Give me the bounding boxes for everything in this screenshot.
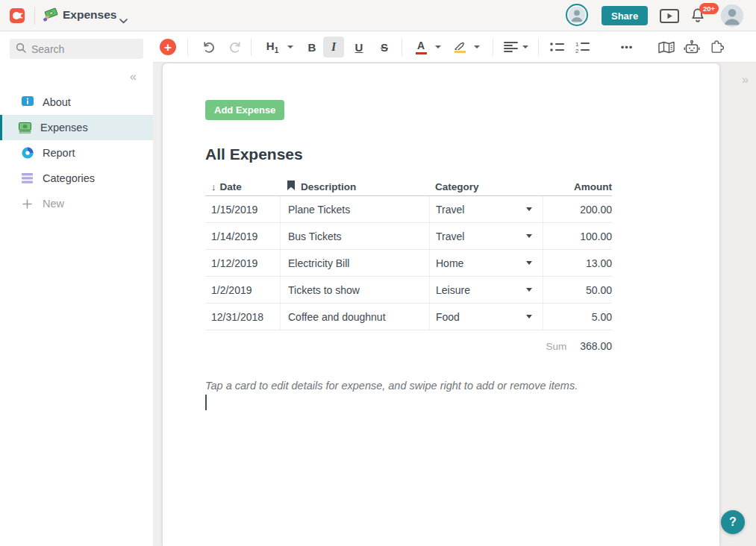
category-dropdown-icon[interactable] — [526, 234, 532, 238]
cell-category: Home — [436, 257, 463, 269]
cell-description: Electricity Bill — [288, 257, 349, 269]
cell-category: Leisure — [436, 284, 470, 296]
cell-date: 1/12/2019 — [211, 257, 257, 269]
category-dropdown-icon[interactable] — [526, 288, 532, 292]
share-button[interactable]: Share — [602, 6, 648, 25]
cell-amount: 50.00 — [586, 284, 612, 296]
sidebar-item-about[interactable]: About — [0, 90, 153, 115]
avatar — [569, 7, 585, 23]
packs-puzzle-icon[interactable] — [707, 31, 728, 63]
cell-category: Travel — [436, 230, 464, 242]
toolbar-separator — [538, 38, 539, 56]
table-row[interactable]: 1/2/2019 Tickets to show Leisure 50.00 — [205, 277, 612, 304]
text-color-button[interactable]: A — [411, 31, 431, 63]
strikethrough-button[interactable]: S — [374, 31, 395, 63]
svg-text:1: 1 — [575, 41, 579, 48]
list-lines-icon — [21, 173, 34, 183]
align-caret[interactable] — [519, 31, 531, 63]
heading-dropdown-caret[interactable] — [284, 31, 296, 63]
sidebar-item-label: Expenses — [40, 122, 88, 134]
topbar-divider — [34, 7, 35, 25]
column-header-category[interactable]: Category — [429, 181, 543, 192]
sum-label: Sum — [546, 341, 566, 352]
highlight-button[interactable] — [450, 31, 469, 63]
category-dropdown-icon[interactable] — [526, 315, 532, 318]
cell-description: Coffee and doughnut — [288, 311, 386, 323]
help-button[interactable]: ? — [721, 510, 745, 534]
automation-robot-icon[interactable] — [681, 31, 702, 63]
donut-chart-icon — [21, 147, 34, 159]
cell-date: 1/14/2019 — [211, 230, 257, 242]
category-dropdown-icon[interactable] — [526, 261, 532, 265]
heading-style-button[interactable]: H1 — [261, 31, 284, 63]
user-avatar[interactable] — [721, 4, 743, 27]
italic-button[interactable]: I — [323, 37, 344, 57]
cell-date: 12/31/2018 — [211, 311, 263, 323]
sidebar-item-categories[interactable]: Categories — [0, 166, 153, 191]
notification-badge: 20+ — [699, 3, 719, 14]
doc-canvas[interactable]: Add Expense All Expenses ↓ Date Descript… — [163, 63, 719, 546]
toolbar-separator — [493, 38, 493, 56]
table-row[interactable]: 12/31/2018 Coffee and doughnut Food 5.00 — [205, 304, 612, 330]
coda-logo-icon[interactable] — [10, 8, 25, 23]
panel-expand-icon[interactable]: » — [742, 73, 749, 87]
video-tutorials-icon[interactable] — [660, 9, 679, 26]
sidebar-item-label: New — [43, 198, 64, 210]
sidebar: « About Expenses Report — [0, 31, 153, 546]
category-dropdown-icon[interactable] — [526, 207, 532, 211]
toolbar-separator — [402, 38, 402, 56]
cell-amount: 200.00 — [580, 204, 612, 216]
toolbar-separator — [187, 38, 188, 56]
table-row[interactable]: 1/14/2019 Bus Tickets Travel 100.00 — [205, 223, 612, 250]
table-row[interactable]: 1/12/2019 Electricity Bill Home 13.00 — [205, 250, 612, 277]
doc-map-icon[interactable] — [656, 31, 677, 63]
insert-plus-button[interactable]: + — [160, 39, 176, 55]
sidebar-collapse-icon[interactable]: « — [130, 70, 137, 84]
table-row[interactable]: 1/15/2019 Plane Tickets Travel 200.00 — [205, 196, 612, 223]
info-bubble-icon — [21, 96, 34, 108]
sidebar-item-label: Categories — [43, 172, 95, 184]
doc-title[interactable]: Expenses — [63, 8, 116, 22]
redo-button[interactable] — [225, 31, 246, 63]
sort-descending-icon: ↓ — [211, 181, 216, 192]
doc-title-chevron-icon[interactable] — [119, 13, 128, 27]
money-icon — [19, 122, 31, 134]
table-header-row: ↓ Date Description Category Amount — [205, 178, 612, 196]
text-cursor — [205, 395, 207, 410]
table-sum-row: Sum 368.00 — [205, 330, 612, 352]
text-color-caret[interactable] — [432, 31, 444, 63]
page-nav: About Expenses Report Categories — [0, 90, 153, 216]
cell-date: 1/15/2019 — [211, 204, 257, 216]
numbered-list-button[interactable]: 12 — [572, 31, 593, 63]
undo-button[interactable] — [199, 31, 219, 63]
column-header-date[interactable]: ↓ Date — [205, 181, 280, 192]
search-input[interactable] — [31, 43, 128, 55]
column-header-amount[interactable]: Amount — [543, 181, 612, 192]
search-icon — [16, 43, 26, 56]
money-with-wings-icon — [43, 7, 60, 27]
highlight-caret[interactable] — [471, 31, 483, 63]
toolbar-separator — [251, 38, 252, 56]
expenses-table: ↓ Date Description Category Amount — [205, 178, 612, 352]
cell-category: Travel — [436, 204, 464, 216]
bullet-list-button[interactable] — [547, 31, 568, 63]
align-button[interactable] — [501, 31, 520, 63]
cell-description: Bus Tickets — [288, 230, 342, 242]
column-header-description[interactable]: Description — [280, 181, 429, 192]
bookmark-icon — [287, 181, 295, 192]
more-options-button[interactable]: ••• — [616, 31, 638, 63]
content-backdrop: » Add Expense All Expenses ↓ Date Descri… — [153, 63, 756, 546]
cell-category: Food — [436, 311, 460, 323]
bold-button[interactable]: B — [302, 31, 322, 63]
cell-description: Tickets to show — [288, 284, 360, 296]
add-expense-button[interactable]: Add Expense — [205, 100, 284, 120]
topbar: Expenses Share 20+ — [0, 0, 756, 31]
sidebar-item-new[interactable]: New — [0, 191, 153, 216]
cell-amount: 5.00 — [592, 311, 612, 323]
search-box[interactable] — [10, 39, 143, 59]
sidebar-item-expenses[interactable]: Expenses — [0, 115, 153, 140]
collaborator-avatar[interactable] — [566, 4, 588, 26]
sidebar-item-label: About — [43, 96, 71, 108]
underline-button[interactable]: U — [349, 31, 369, 63]
sidebar-item-report[interactable]: Report — [0, 140, 153, 166]
